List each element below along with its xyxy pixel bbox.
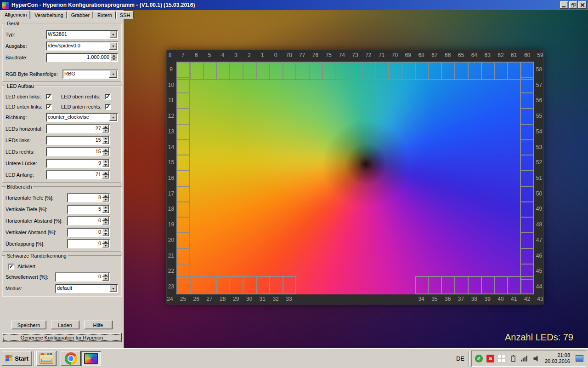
group-led-aufbau-title: LED Aufbau [6,83,35,89]
chevron-down-icon[interactable]: ▼ [109,70,117,78]
spin-up-button[interactable] [102,160,109,163]
led-oben-rechts-checkbox[interactable]: ✓ [105,94,111,100]
close-button[interactable] [578,1,587,9]
spin-down-button[interactable] [102,163,109,167]
windows-logo-icon [6,355,13,362]
spin-down-button[interactable] [102,232,109,236]
tab-allgemein[interactable]: Allgemein [1,11,30,19]
start-button[interactable]: Start [2,351,32,366]
led-cell [203,276,217,294]
led-oben-links-checkbox[interactable]: ✓ [46,94,52,100]
spin-down-button[interactable] [102,209,109,213]
led-number: 63 [484,52,490,58]
hilfe-button[interactable]: Hilfe [84,321,113,329]
window-title: HyperCon - Hyperion Konfigurationsprogra… [11,2,559,8]
language-indicator[interactable]: DE [456,355,464,362]
led-cell [494,62,509,80]
show-desktop-icon[interactable] [576,355,583,362]
tab-verarbeitung[interactable]: Verarbeitung [31,11,67,19]
updater-tray-icon[interactable]: ✓ [475,355,483,362]
tray-clock[interactable]: 21:08 20.03.2016 [545,352,570,364]
rgb-order-value: RBG [62,69,108,79]
led-number: 69 [405,52,411,58]
led-anfang-spinner[interactable]: 71 [46,170,110,179]
windows-tray-icon[interactable] [498,355,506,362]
horizontaler-abstand-spinner[interactable]: 0 [67,216,110,225]
led-numbers-bottom: 2425262728293031323334353637383940414243 [176,296,534,303]
spin-up-button[interactable] [102,240,109,244]
spin-up-button[interactable] [102,273,109,277]
led-cell [494,276,509,294]
led-unten-links-checkbox[interactable]: ✓ [46,104,52,110]
spin-down-button[interactable] [102,244,109,247]
restore-button[interactable] [569,1,577,9]
spin-down-button[interactable] [102,221,109,224]
modus-select[interactable]: default ▼ [55,284,118,293]
tab-grabber[interactable]: Grabber [68,11,93,19]
led-cell [176,248,190,264]
rgb-order-select[interactable]: RBG ▼ [62,69,118,79]
spin-down-button[interactable] [111,58,117,61]
spin-down-button[interactable] [102,175,109,178]
led-cell [295,62,310,80]
spin-up-button[interactable] [102,217,109,221]
chevron-down-icon[interactable]: ▼ [109,285,117,292]
led-number: 54 [534,128,544,135]
folder-icon [40,353,53,364]
file-manager-taskbar-button[interactable] [36,351,57,366]
led-number: 41 [511,296,517,302]
horizontale-tiefe-spinner[interactable]: 8 [67,193,110,202]
spin-up-button[interactable] [102,194,109,198]
speichern-button[interactable]: Speichern [11,321,46,329]
vertikaler-abstand-spinner[interactable]: 0 [67,228,110,237]
tab-extern[interactable]: Extern [94,11,116,19]
vertikale-tiefe-spinner[interactable]: 5 [67,205,110,214]
spin-down-button[interactable] [102,277,109,281]
speaker-icon[interactable] [532,355,540,362]
led-number: 37 [458,296,464,302]
battery-icon[interactable] [509,355,517,362]
chevron-down-icon[interactable]: ▼ [109,42,117,50]
led-number: 33 [286,296,292,302]
spin-down-button[interactable] [102,152,109,155]
chrome-taskbar-button[interactable] [61,351,81,366]
spin-down-button[interactable] [102,129,109,132]
minimize-button[interactable] [560,1,568,9]
spin-down-button[interactable] [102,198,109,201]
led-cell [428,276,442,294]
led-number: 49 [534,206,544,212]
leds-links-spinner[interactable]: 15 [46,136,110,145]
ueberlappung-spinner[interactable]: 0 [67,239,110,248]
led-cell [176,201,190,218]
ausgabe-select[interactable]: /dev/spidev0.0 ▼ [46,41,118,51]
typ-select[interactable]: WS2801 ▼ [46,30,118,39]
rgb-order-label: RGB Byte Reihenfolge: [6,71,62,77]
baudrate-spinner[interactable]: 1.000.000 [46,53,118,62]
leds-rechts-spinner[interactable]: 15 [46,147,110,156]
generiere-konfiguration-button[interactable]: Generiere Konfiguration für Hyperion [2,333,122,342]
spin-up-button[interactable] [102,137,109,140]
schwellenwert-spinner[interactable]: 0 [55,272,110,282]
spin-up-button[interactable] [102,148,109,152]
spin-down-button[interactable] [102,140,109,144]
spin-up-button[interactable] [102,125,109,129]
spin-up-button[interactable] [102,229,109,232]
signal-icon[interactable] [521,355,529,362]
led-unten-rechts-checkbox[interactable]: ✓ [105,104,111,110]
led-number: 26 [193,296,199,302]
spin-up-button[interactable] [102,206,109,209]
spin-up-button[interactable] [102,171,109,175]
hypercon-taskbar-button[interactable] [81,351,101,366]
leds-horizontal-spinner[interactable]: 27 [46,124,110,133]
antivirus-tray-icon[interactable]: a [486,355,494,362]
chevron-down-icon[interactable]: ▼ [109,114,117,121]
chevron-down-icon[interactable]: ▼ [109,31,117,38]
spin-up-button[interactable] [111,54,117,58]
richtung-select[interactable]: counter_clockwise ▼ [46,113,118,122]
tab-ssh[interactable]: SSH [116,11,134,19]
laden-button[interactable]: Laden [51,321,79,329]
led-cell [190,276,204,294]
led-number: 76 [312,52,318,58]
untere-luecke-spinner[interactable]: 9 [46,159,110,168]
aktiviert-checkbox[interactable]: ✓ [8,264,14,270]
